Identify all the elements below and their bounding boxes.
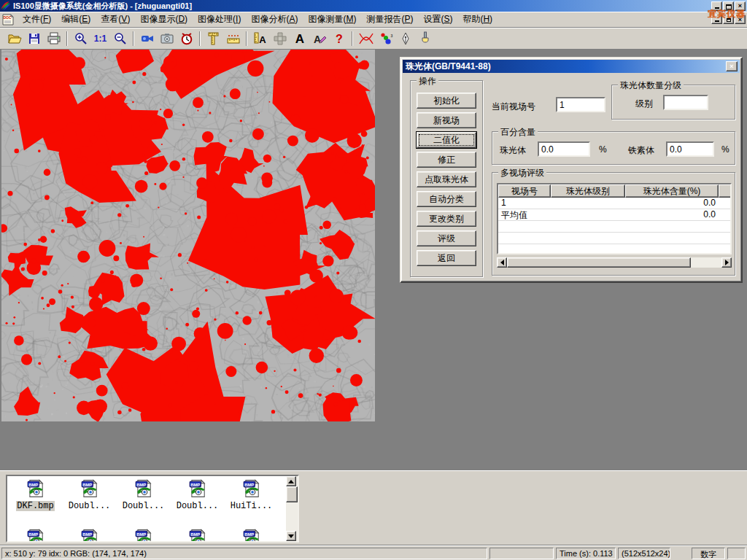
file-name: Doubl... <box>176 501 220 511</box>
edit-text-button[interactable]: A <box>309 29 329 47</box>
file-item-hidden[interactable] <box>9 529 62 542</box>
menu-item-f[interactable]: 文件(F) <box>18 12 56 27</box>
ruler-button[interactable] <box>223 29 243 47</box>
ferrite-input[interactable] <box>666 141 714 157</box>
grid-tool-button[interactable] <box>270 29 290 47</box>
file-item-hidden[interactable] <box>63 529 116 542</box>
status-end-panel <box>727 548 746 559</box>
op-button-2[interactable]: 新视场 <box>417 112 476 128</box>
table-header-2[interactable]: 珠光体级别 <box>551 184 625 198</box>
menu-item-a[interactable]: 图像分析(A) <box>246 12 303 27</box>
table-row-2[interactable]: 平均值0.0 <box>498 209 730 221</box>
menu-item-p[interactable]: 测量报告(P) <box>361 12 418 27</box>
menu-item-h[interactable]: 帮助(H) <box>457 12 498 27</box>
file-list-scrollbar[interactable] <box>286 476 298 541</box>
caliper-icon <box>206 31 221 46</box>
menu-bar: DOC 文件(F)编辑(E)查看(V)图像显示(D)图像处理(I)图像分析(A)… <box>0 12 747 28</box>
curve-tool-button[interactable] <box>356 29 376 47</box>
operations-group-label: 操作 <box>417 75 438 88</box>
menu-item-d[interactable]: 图像显示(D) <box>135 12 193 27</box>
status-spacer-panel <box>489 548 554 559</box>
file-item-4[interactable]: Doubl... <box>171 479 224 511</box>
table-header-3[interactable]: 珠光体含量(%) <box>625 184 719 198</box>
menu-item-e[interactable]: 编辑(E) <box>56 12 96 27</box>
op-button-7[interactable]: 更改类别 <box>417 211 476 227</box>
scroll-down-button[interactable] <box>286 531 296 541</box>
op-button-3[interactable]: 二值化 <box>417 132 476 148</box>
table-cell <box>719 198 732 209</box>
print-button[interactable] <box>44 29 63 47</box>
edit-text-icon: A <box>312 31 327 46</box>
table-header-1[interactable]: 视场号 <box>498 184 551 198</box>
table-cell <box>625 244 719 254</box>
table-row-4[interactable] <box>498 233 730 244</box>
open-folder-icon <box>7 31 22 46</box>
caliper-button[interactable] <box>204 29 223 47</box>
pearlite-label: 珠光体 <box>500 144 526 157</box>
file-item-2[interactable]: Doubl... <box>63 479 116 511</box>
dialog-title-bar[interactable]: 珠光体(GB/T9441-88) × <box>403 60 740 73</box>
dialog-title: 珠光体(GB/T9441-88) <box>406 61 491 73</box>
dialog-close-button[interactable]: × <box>726 61 738 71</box>
file-item-5[interactable]: HuiTi... <box>225 479 278 511</box>
text-tool-button[interactable]: A <box>290 29 309 47</box>
table-row-1[interactable]: 10.0 <box>498 198 730 209</box>
classify-button[interactable]: 3 <box>376 29 395 47</box>
current-field-input[interactable] <box>556 97 605 112</box>
help-button[interactable]: ? <box>329 29 349 47</box>
brush-tool-button[interactable] <box>415 29 435 47</box>
table-header-4[interactable]: 铁素体 <box>719 184 732 198</box>
menu-item-m[interactable]: 图像测量(M) <box>303 12 361 27</box>
measure-text-button[interactable]: A <box>250 29 270 47</box>
scrollbar-thumb[interactable] <box>286 486 298 502</box>
app-logo-icon <box>0 1 11 11</box>
vendor-watermark: 宜宾仪器 <box>708 8 746 20</box>
toolbar-separator <box>133 31 134 46</box>
op-button-6[interactable]: 自动分类 <box>417 191 476 207</box>
scrollbar-track[interactable] <box>691 257 721 268</box>
op-button-5[interactable]: 点取珠光体 <box>417 171 476 187</box>
level-input[interactable] <box>663 95 708 110</box>
table-cell <box>719 221 732 232</box>
actual-size-button[interactable]: 1:1 <box>90 29 110 47</box>
svg-text:3: 3 <box>390 34 392 38</box>
title-bar: IS100显微摄像系统(金相分析版) - [zhuguangti01] × <box>0 0 747 12</box>
file-item-hidden[interactable] <box>171 529 224 542</box>
file-name: DKF.bmp <box>16 501 54 511</box>
arrow-right-icon <box>725 260 729 265</box>
table-cell <box>551 198 625 209</box>
menu-item-s[interactable]: 设置(S) <box>418 12 457 27</box>
table-row-5[interactable] <box>498 244 730 254</box>
pen-tool-button[interactable] <box>395 29 415 47</box>
scroll-left-button[interactable] <box>497 257 507 268</box>
scroll-right-button[interactable] <box>721 257 732 268</box>
scrollbar-thumb[interactable] <box>507 257 691 268</box>
arrow-up-icon <box>288 480 294 483</box>
op-button-8[interactable]: 评级 <box>417 230 476 246</box>
arrow-down-icon <box>288 534 294 538</box>
snapshot-button[interactable] <box>157 29 177 47</box>
file-item-3[interactable]: Doubl... <box>117 479 170 511</box>
video-capture-button[interactable] <box>137 29 157 47</box>
scrollbar-track[interactable] <box>286 502 298 531</box>
timer-button[interactable] <box>177 29 196 47</box>
menu-item-i[interactable]: 图像处理(I) <box>193 12 246 27</box>
zoom-out-button[interactable] <box>110 29 130 47</box>
metallograph-image[interactable] <box>1 50 375 421</box>
menu-item-v[interactable]: 查看(V) <box>96 12 135 27</box>
open-button[interactable] <box>4 29 24 47</box>
measure-text-icon: A <box>253 31 268 46</box>
zoom-in-button[interactable] <box>71 29 90 47</box>
table-row-3[interactable] <box>498 221 730 233</box>
file-item-hidden[interactable] <box>117 529 170 542</box>
table-horizontal-scrollbar[interactable] <box>497 257 732 268</box>
scroll-up-button[interactable] <box>286 476 296 486</box>
pearlite-input[interactable] <box>538 141 590 157</box>
save-button[interactable] <box>24 29 44 47</box>
file-item-hidden[interactable] <box>225 529 278 542</box>
op-button-1[interactable]: 初始化 <box>417 93 476 109</box>
percent-group: 百分含量 珠光体 % 铁素体 % <box>492 131 735 165</box>
op-button-9[interactable]: 返回 <box>417 250 476 266</box>
op-button-4[interactable]: 修正 <box>417 152 476 168</box>
file-item-1[interactable]: DKF.bmp <box>9 479 62 511</box>
